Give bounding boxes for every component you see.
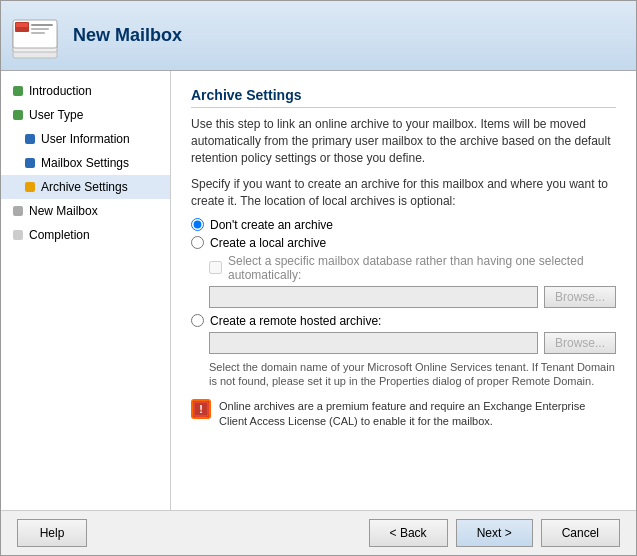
remote-archive-browse-button[interactable]: Browse... (544, 332, 616, 354)
radio-local-archive-label[interactable]: Create a local archive (210, 236, 326, 250)
sidebar: Introduction User Type User Information … (1, 71, 171, 510)
local-archive-input-row: Browse... (209, 286, 616, 308)
user-information-label: User Information (41, 130, 130, 148)
remote-archive-input[interactable] (209, 332, 538, 354)
remote-archive-suboption: Browse... Select the domain name of your… (209, 332, 616, 389)
remote-archive-input-row: Browse... (209, 332, 616, 354)
svg-rect-6 (31, 28, 49, 30)
new-mailbox-label: New Mailbox (29, 202, 98, 220)
help-button[interactable]: Help (17, 519, 87, 547)
svg-text:!: ! (199, 403, 203, 415)
window-title: New Mailbox (73, 25, 182, 46)
content-area: Archive Settings Use this step to link a… (171, 71, 636, 510)
main-content: Introduction User Type User Information … (1, 71, 636, 510)
completion-dot (13, 230, 23, 240)
local-archive-suboption: Select a specific mailbox database rathe… (209, 254, 616, 308)
checkbox-specific-db-label: Select a specific mailbox database rathe… (228, 254, 616, 282)
remote-description-text: Select the domain name of your Microsoft… (209, 360, 616, 389)
archive-settings-label: Archive Settings (41, 178, 128, 196)
sidebar-item-user-type[interactable]: User Type (1, 103, 170, 127)
svg-rect-5 (31, 24, 53, 26)
radio-remote-archive[interactable] (191, 314, 204, 327)
mailbox-settings-dot (25, 158, 35, 168)
sidebar-item-new-mailbox[interactable]: New Mailbox (1, 199, 170, 223)
svg-rect-7 (31, 32, 45, 34)
radio-remote-archive-label[interactable]: Create a remote hosted archive: (210, 314, 381, 328)
sidebar-item-mailbox-settings[interactable]: Mailbox Settings (1, 151, 170, 175)
sidebar-item-introduction[interactable]: Introduction (1, 79, 170, 103)
checkbox-specific-db[interactable] (209, 261, 222, 274)
next-button[interactable]: Next > (456, 519, 533, 547)
introduction-dot (13, 86, 23, 96)
user-type-label: User Type (29, 106, 83, 124)
mailbox-icon (9, 10, 61, 62)
sidebar-item-user-information[interactable]: User Information (1, 127, 170, 151)
radio-local-archive[interactable] (191, 236, 204, 249)
checkbox-specific-db-row: Select a specific mailbox database rathe… (209, 254, 616, 282)
radio-no-archive[interactable] (191, 218, 204, 231)
warning-text: Online archives are a premium feature an… (219, 399, 616, 430)
section-title: Archive Settings (191, 87, 616, 108)
user-information-dot (25, 134, 35, 144)
warning-icon: ! (191, 399, 211, 419)
user-type-dot (13, 110, 23, 120)
title-bar: New Mailbox (1, 1, 636, 71)
radio-no-archive-row: Don't create an archive (191, 218, 616, 232)
main-window: New Mailbox Introduction User Type User … (0, 0, 637, 556)
new-mailbox-dot (13, 206, 23, 216)
footer-left: Help (17, 519, 87, 547)
radio-local-archive-row: Create a local archive (191, 236, 616, 250)
cancel-button[interactable]: Cancel (541, 519, 620, 547)
footer: Help < Back Next > Cancel (1, 510, 636, 555)
specify-text: Specify if you want to create an archive… (191, 176, 616, 210)
sidebar-item-completion[interactable]: Completion (1, 223, 170, 247)
local-archive-browse-button[interactable]: Browse... (544, 286, 616, 308)
radio-remote-archive-row: Create a remote hosted archive: (191, 314, 616, 328)
archive-settings-dot (25, 182, 35, 192)
completion-label: Completion (29, 226, 90, 244)
svg-rect-4 (16, 23, 28, 27)
back-button[interactable]: < Back (369, 519, 448, 547)
mailbox-settings-label: Mailbox Settings (41, 154, 129, 172)
sidebar-item-archive-settings[interactable]: Archive Settings (1, 175, 170, 199)
radio-no-archive-label[interactable]: Don't create an archive (210, 218, 333, 232)
warning-box: ! Online archives are a premium feature … (191, 399, 616, 430)
footer-right: < Back Next > Cancel (369, 519, 620, 547)
introduction-label: Introduction (29, 82, 92, 100)
description-text: Use this step to link an online archive … (191, 116, 616, 166)
local-archive-input[interactable] (209, 286, 538, 308)
